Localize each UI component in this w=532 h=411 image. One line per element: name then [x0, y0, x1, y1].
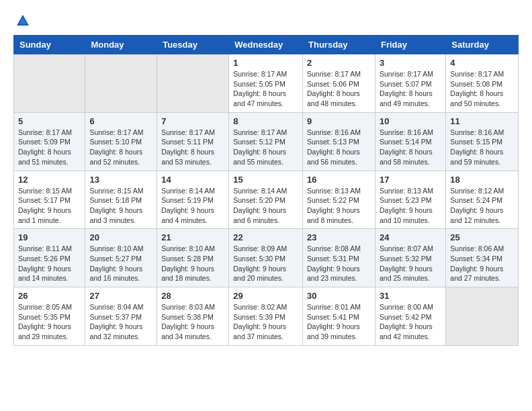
- day-info: Sunrise: 8:17 AMSunset: 5:12 PMDaylight:…: [233, 128, 298, 167]
- day-number: 16: [307, 175, 371, 185]
- logo: [13, 13, 30, 28]
- calendar-cell: 24Sunrise: 8:07 AMSunset: 5:32 PMDayligh…: [375, 229, 445, 287]
- calendar-week-row: 1Sunrise: 8:17 AMSunset: 5:05 PMDaylight…: [14, 54, 519, 113]
- day-number: 27: [89, 291, 152, 301]
- calendar-cell: 31Sunrise: 8:00 AMSunset: 5:42 PMDayligh…: [375, 287, 445, 346]
- day-number: 9: [307, 116, 371, 126]
- day-info: Sunrise: 8:05 AMSunset: 5:35 PMDaylight:…: [18, 302, 81, 342]
- calendar-week-row: 5Sunrise: 8:17 AMSunset: 5:09 PMDaylight…: [14, 112, 519, 171]
- day-info: Sunrise: 8:03 AMSunset: 5:38 PMDaylight:…: [161, 302, 224, 342]
- calendar-cell: 23Sunrise: 8:08 AMSunset: 5:31 PMDayligh…: [303, 229, 375, 287]
- calendar-cell: 30Sunrise: 8:01 AMSunset: 5:41 PMDayligh…: [303, 287, 375, 346]
- day-number: 4: [450, 58, 514, 68]
- day-number: 22: [233, 232, 298, 242]
- calendar-cell: 18Sunrise: 8:12 AMSunset: 5:24 PMDayligh…: [446, 171, 519, 229]
- calendar-header-row: SundayMondayTuesdayWednesdayThursdayFrid…: [14, 36, 519, 54]
- day-info: Sunrise: 8:16 AMSunset: 5:15 PMDaylight:…: [450, 128, 514, 167]
- calendar-cell: 26Sunrise: 8:05 AMSunset: 5:35 PMDayligh…: [14, 287, 85, 346]
- day-number: 30: [307, 291, 371, 301]
- day-number: 19: [18, 232, 81, 242]
- day-info: Sunrise: 8:09 AMSunset: 5:30 PMDaylight:…: [233, 244, 298, 283]
- day-info: Sunrise: 8:08 AMSunset: 5:31 PMDaylight:…: [307, 244, 371, 283]
- calendar-day-header: Saturday: [446, 36, 519, 54]
- calendar-cell: 12Sunrise: 8:15 AMSunset: 5:17 PMDayligh…: [14, 171, 85, 229]
- calendar-cell: [14, 54, 85, 113]
- day-info: Sunrise: 8:00 AMSunset: 5:42 PMDaylight:…: [380, 302, 441, 342]
- day-info: Sunrise: 8:17 AMSunset: 5:10 PMDaylight:…: [89, 128, 152, 167]
- logo-icon: [15, 13, 30, 28]
- day-number: 31: [380, 291, 441, 301]
- calendar-cell: [446, 287, 519, 346]
- day-info: Sunrise: 8:04 AMSunset: 5:37 PMDaylight:…: [89, 302, 152, 342]
- calendar-day-header: Sunday: [14, 36, 85, 54]
- day-info: Sunrise: 8:16 AMSunset: 5:13 PMDaylight:…: [307, 128, 371, 167]
- calendar-cell: 16Sunrise: 8:13 AMSunset: 5:22 PMDayligh…: [303, 171, 375, 229]
- calendar-week-row: 26Sunrise: 8:05 AMSunset: 5:35 PMDayligh…: [14, 287, 519, 346]
- day-number: 7: [161, 116, 224, 126]
- calendar-cell: 2Sunrise: 8:17 AMSunset: 5:06 PMDaylight…: [303, 54, 375, 113]
- day-info: Sunrise: 8:14 AMSunset: 5:19 PMDaylight:…: [161, 186, 224, 226]
- calendar-cell: 11Sunrise: 8:16 AMSunset: 5:15 PMDayligh…: [446, 112, 519, 171]
- calendar-cell: 21Sunrise: 8:10 AMSunset: 5:28 PMDayligh…: [157, 229, 229, 287]
- calendar-day-header: Monday: [85, 36, 157, 54]
- day-number: 25: [450, 232, 514, 242]
- day-number: 17: [380, 175, 441, 185]
- day-info: Sunrise: 8:15 AMSunset: 5:17 PMDaylight:…: [18, 186, 81, 226]
- calendar-cell: 5Sunrise: 8:17 AMSunset: 5:09 PMDaylight…: [14, 112, 85, 171]
- day-info: Sunrise: 8:10 AMSunset: 5:27 PMDaylight:…: [89, 244, 152, 283]
- day-info: Sunrise: 8:13 AMSunset: 5:22 PMDaylight:…: [307, 186, 371, 226]
- day-info: Sunrise: 8:15 AMSunset: 5:18 PMDaylight:…: [89, 186, 152, 226]
- day-info: Sunrise: 8:16 AMSunset: 5:14 PMDaylight:…: [380, 128, 441, 167]
- day-number: 20: [89, 232, 152, 242]
- calendar-cell: [157, 54, 229, 113]
- calendar-cell: 1Sunrise: 8:17 AMSunset: 5:05 PMDaylight…: [229, 54, 303, 113]
- day-number: 12: [18, 175, 81, 185]
- day-number: 29: [233, 291, 298, 301]
- calendar-cell: 28Sunrise: 8:03 AMSunset: 5:38 PMDayligh…: [157, 287, 229, 346]
- calendar-day-header: Wednesday: [229, 36, 303, 54]
- calendar-cell: 15Sunrise: 8:14 AMSunset: 5:20 PMDayligh…: [229, 171, 303, 229]
- day-info: Sunrise: 8:17 AMSunset: 5:06 PMDaylight:…: [307, 69, 371, 109]
- day-number: 18: [450, 175, 514, 185]
- day-info: Sunrise: 8:17 AMSunset: 5:05 PMDaylight:…: [233, 69, 298, 109]
- day-number: 21: [161, 232, 224, 242]
- calendar-cell: [85, 54, 157, 113]
- day-number: 6: [89, 116, 152, 126]
- day-number: 14: [161, 175, 224, 185]
- calendar-day-header: Thursday: [303, 36, 375, 54]
- calendar-cell: 22Sunrise: 8:09 AMSunset: 5:30 PMDayligh…: [229, 229, 303, 287]
- calendar-cell: 25Sunrise: 8:06 AMSunset: 5:34 PMDayligh…: [446, 229, 519, 287]
- day-number: 1: [233, 58, 298, 68]
- calendar-cell: 4Sunrise: 8:17 AMSunset: 5:08 PMDaylight…: [446, 54, 519, 113]
- day-info: Sunrise: 8:06 AMSunset: 5:34 PMDaylight:…: [450, 244, 514, 283]
- day-number: 24: [380, 232, 441, 242]
- calendar-week-row: 12Sunrise: 8:15 AMSunset: 5:17 PMDayligh…: [14, 171, 519, 229]
- calendar-cell: 7Sunrise: 8:17 AMSunset: 5:11 PMDaylight…: [157, 112, 229, 171]
- day-info: Sunrise: 8:17 AMSunset: 5:11 PMDaylight:…: [161, 128, 224, 167]
- day-info: Sunrise: 8:10 AMSunset: 5:28 PMDaylight:…: [161, 244, 224, 283]
- day-info: Sunrise: 8:13 AMSunset: 5:23 PMDaylight:…: [380, 186, 441, 226]
- calendar-cell: 20Sunrise: 8:10 AMSunset: 5:27 PMDayligh…: [85, 229, 157, 287]
- day-info: Sunrise: 8:17 AMSunset: 5:09 PMDaylight:…: [18, 128, 81, 167]
- calendar-week-row: 19Sunrise: 8:11 AMSunset: 5:26 PMDayligh…: [14, 229, 519, 287]
- calendar-cell: 27Sunrise: 8:04 AMSunset: 5:37 PMDayligh…: [85, 287, 157, 346]
- day-info: Sunrise: 8:14 AMSunset: 5:20 PMDaylight:…: [233, 186, 298, 226]
- page-header: [13, 13, 519, 28]
- calendar-cell: 17Sunrise: 8:13 AMSunset: 5:23 PMDayligh…: [375, 171, 445, 229]
- calendar-day-header: Tuesday: [157, 36, 229, 54]
- day-info: Sunrise: 8:01 AMSunset: 5:41 PMDaylight:…: [307, 302, 371, 342]
- day-number: 10: [380, 116, 441, 126]
- day-info: Sunrise: 8:07 AMSunset: 5:32 PMDaylight:…: [380, 244, 441, 283]
- day-number: 5: [18, 116, 81, 126]
- day-info: Sunrise: 8:17 AMSunset: 5:08 PMDaylight:…: [450, 69, 514, 109]
- day-number: 8: [233, 116, 298, 126]
- day-number: 15: [233, 175, 298, 185]
- day-number: 13: [89, 175, 152, 185]
- calendar-table: SundayMondayTuesdayWednesdayThursdayFrid…: [13, 35, 519, 346]
- day-number: 23: [307, 232, 371, 242]
- day-info: Sunrise: 8:11 AMSunset: 5:26 PMDaylight:…: [18, 244, 81, 283]
- day-number: 2: [307, 58, 371, 68]
- calendar-cell: 8Sunrise: 8:17 AMSunset: 5:12 PMDaylight…: [229, 112, 303, 171]
- calendar-cell: 14Sunrise: 8:14 AMSunset: 5:19 PMDayligh…: [157, 171, 229, 229]
- calendar-cell: 29Sunrise: 8:02 AMSunset: 5:39 PMDayligh…: [229, 287, 303, 346]
